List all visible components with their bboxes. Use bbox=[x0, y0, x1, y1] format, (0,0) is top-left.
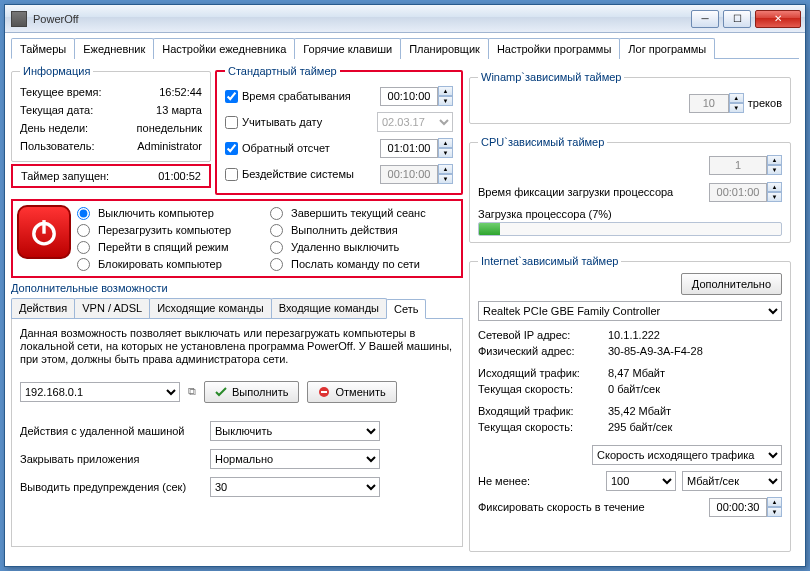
combo-warn-sec[interactable]: 30 bbox=[210, 477, 380, 497]
inp-fix-speed[interactable] bbox=[709, 498, 767, 517]
maximize-button[interactable]: ☐ bbox=[723, 10, 751, 28]
radio-lbl-5: Выполнить действия bbox=[291, 224, 398, 236]
spin-down-icon[interactable]: ▼ bbox=[438, 148, 453, 158]
tab-diary[interactable]: Ежедневник bbox=[74, 38, 154, 59]
radio-remote-off[interactable] bbox=[270, 241, 283, 254]
combo-account-date[interactable]: 02.03.17 bbox=[377, 112, 453, 132]
ip-k: Сетевой IP адрес: bbox=[478, 329, 608, 345]
more-button[interactable]: Дополнительно bbox=[681, 273, 782, 295]
spin-down-icon[interactable]: ▼ bbox=[767, 507, 782, 517]
spin-up-icon[interactable]: ▲ bbox=[729, 93, 744, 103]
combo-close-apps[interactable]: Нормально bbox=[210, 449, 380, 469]
radio-lbl-3: Блокировать компьютер bbox=[98, 258, 222, 270]
mac-v: 30-85-A9-3A-F4-28 bbox=[608, 345, 703, 361]
spin-down-icon[interactable]: ▼ bbox=[438, 174, 453, 184]
net-desc: Данная возможность позволяет выключать и… bbox=[20, 327, 454, 367]
inp-trigger-time[interactable] bbox=[380, 87, 438, 106]
subtab-vpn[interactable]: VPN / ADSL bbox=[74, 298, 150, 318]
spin-down-icon[interactable]: ▼ bbox=[729, 103, 744, 113]
info-group: Информация Текущее время:16:52:44 Текуща… bbox=[11, 65, 211, 162]
spin-up-icon[interactable]: ▲ bbox=[767, 155, 782, 165]
chk-trigger-time[interactable] bbox=[225, 90, 238, 103]
lbl-trigger-time: Время срабатывания bbox=[242, 90, 380, 102]
info-v-3: Administrator bbox=[137, 140, 202, 152]
subtab-actions[interactable]: Действия bbox=[11, 298, 75, 318]
inp-countdown[interactable] bbox=[380, 139, 438, 158]
tracks-label: треков bbox=[748, 97, 782, 109]
cpu-fix-label: Время фиксации загрузки процессора bbox=[478, 186, 673, 198]
close-button[interactable]: ✕ bbox=[755, 10, 801, 28]
titlebar[interactable]: PowerOff ─ ☐ ✕ bbox=[5, 5, 805, 33]
spin-up-icon[interactable]: ▲ bbox=[767, 497, 782, 507]
client-area: Таймеры Ежедневник Настройки ежедневника… bbox=[5, 33, 805, 566]
copy-icon[interactable]: ⧉ bbox=[188, 385, 196, 398]
inp-cpu-fix[interactable] bbox=[709, 183, 767, 202]
spin-up-icon[interactable]: ▲ bbox=[438, 164, 453, 174]
radio-lbl-7: Послать команду по сети bbox=[291, 258, 420, 270]
inp-cpu-thresh[interactable] bbox=[709, 156, 767, 175]
radio-logoff[interactable] bbox=[270, 207, 283, 220]
combo-unit[interactable]: Мбайт/сек bbox=[682, 471, 782, 491]
spin-up-icon[interactable]: ▲ bbox=[767, 182, 782, 192]
check-icon bbox=[215, 386, 227, 398]
spin-down-icon[interactable]: ▼ bbox=[767, 192, 782, 202]
winamp-group: Winamp`зависимый таймер ▲▼ треков bbox=[469, 71, 791, 124]
radio-lbl-4: Завершить текущий сеанс bbox=[291, 207, 426, 219]
cancel-button[interactable]: Отменить bbox=[307, 381, 396, 403]
in-v: 35,42 Мбайт bbox=[608, 405, 671, 421]
radio-shutdown[interactable] bbox=[77, 207, 90, 220]
combo-speed-type[interactable]: Скорость исходящего трафика bbox=[592, 445, 782, 465]
spin-up-icon[interactable]: ▲ bbox=[438, 138, 453, 148]
power-icon[interactable] bbox=[17, 205, 71, 259]
internet-legend: Internet`зависимый таймер bbox=[478, 255, 621, 267]
subtab-network[interactable]: Сеть bbox=[386, 299, 426, 319]
subtab-out-cmd[interactable]: Исходящие команды bbox=[149, 298, 272, 318]
timer-started-label: Таймер запущен: bbox=[21, 170, 109, 182]
fix-speed-label: Фиксировать скорость в течение bbox=[478, 501, 645, 513]
info-v-2: понедельник bbox=[137, 122, 202, 134]
tab-hotkeys[interactable]: Горячие клавиши bbox=[294, 38, 401, 59]
minimize-button[interactable]: ─ bbox=[691, 10, 719, 28]
info-k-0: Текущее время: bbox=[20, 86, 102, 98]
tab-log[interactable]: Лог программы bbox=[619, 38, 715, 59]
tab-scheduler[interactable]: Планировщик bbox=[400, 38, 489, 59]
tab-diary-settings[interactable]: Настройки ежедневника bbox=[153, 38, 295, 59]
chk-idle[interactable] bbox=[225, 168, 238, 181]
tab-timers[interactable]: Таймеры bbox=[11, 38, 75, 59]
lbl-idle: Бездействие системы bbox=[242, 168, 380, 180]
execute-button[interactable]: Выполнить bbox=[204, 381, 299, 403]
chk-countdown[interactable] bbox=[225, 142, 238, 155]
out-v: 8,47 Мбайт bbox=[608, 367, 665, 383]
radio-sleep[interactable] bbox=[77, 241, 90, 254]
radio-doactions[interactable] bbox=[270, 224, 283, 237]
radio-lbl-6: Удаленно выключить bbox=[291, 241, 399, 253]
cpu-load-label: Загрузка процессора (7%) bbox=[478, 208, 782, 220]
extra-label: Дополнительные возможности bbox=[11, 282, 463, 294]
combo-adapter[interactable]: Realtek PCIe GBE Family Controller bbox=[478, 301, 782, 321]
combo-remote-action[interactable]: Выключить bbox=[210, 421, 380, 441]
winamp-legend: Winamp`зависимый таймер bbox=[478, 71, 624, 83]
app-icon bbox=[11, 11, 27, 27]
inp-idle[interactable] bbox=[380, 165, 438, 184]
combo-ip[interactable]: 192.168.0.1 bbox=[20, 382, 180, 402]
info-legend: Информация bbox=[20, 65, 93, 77]
outs-k: Текущая скорость: bbox=[478, 383, 608, 399]
info-k-2: День недели: bbox=[20, 122, 88, 134]
standard-timer-legend: Стандартный таймер bbox=[225, 65, 340, 77]
warn-sec-label: Выводить предупреждения (сек) bbox=[20, 481, 210, 493]
in-k: Входящий трафик: bbox=[478, 405, 608, 421]
out-k: Исходящий трафик: bbox=[478, 367, 608, 383]
spin-down-icon[interactable]: ▼ bbox=[767, 165, 782, 175]
tab-program-settings[interactable]: Настройки программы bbox=[488, 38, 620, 59]
spin-down-icon[interactable]: ▼ bbox=[438, 96, 453, 106]
cpu-progressbar bbox=[478, 222, 782, 236]
radio-net-cmd[interactable] bbox=[270, 258, 283, 271]
chk-account-date[interactable] bbox=[225, 116, 238, 129]
spin-up-icon[interactable]: ▲ bbox=[438, 86, 453, 96]
subtab-in-cmd[interactable]: Входящие команды bbox=[271, 298, 387, 318]
inp-tracks[interactable] bbox=[689, 94, 729, 113]
radio-lbl-1: Перезагрузить компьютер bbox=[98, 224, 231, 236]
radio-lock[interactable] bbox=[77, 258, 90, 271]
radio-reboot[interactable] bbox=[77, 224, 90, 237]
combo-notless-val[interactable]: 100 bbox=[606, 471, 676, 491]
